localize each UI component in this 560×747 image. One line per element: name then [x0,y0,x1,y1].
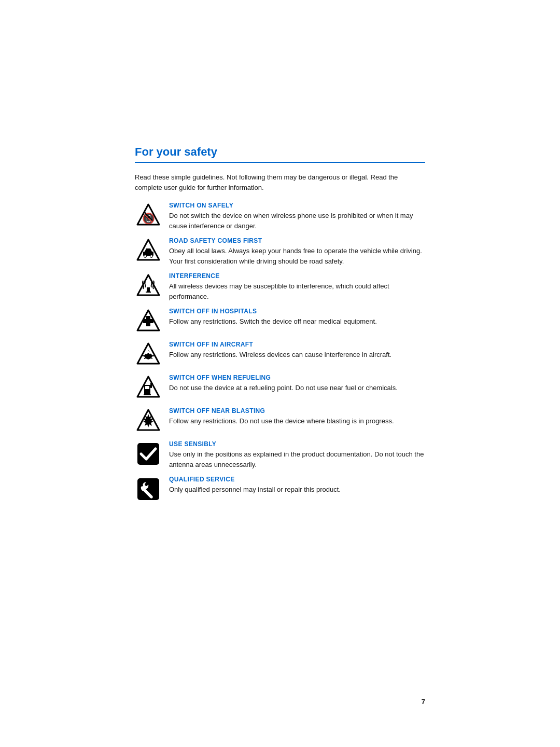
road-safety-content: ROAD SAFETY COMES FIRST Obey all local l… [169,237,425,266]
section-interference: INTERFERENCE All wireless devices may be… [135,272,425,301]
aircraft-title: SWITCH OFF IN AIRCRAFT [169,341,425,348]
refueling-title: SWITCH OFF WHEN REFUELING [169,374,425,381]
hospitals-body: Follow any restrictions. Switch the devi… [169,316,425,327]
blasting-content: SWITCH OFF NEAR BLASTING Follow any rest… [169,407,425,426]
interference-title: INTERFERENCE [169,272,425,280]
svg-point-7 [147,248,149,251]
checkmark-box-icon [135,440,162,467]
page-number: 7 [422,698,425,706]
svg-rect-26 [144,394,151,395]
interference-content: INTERFERENCE All wireless devices may be… [169,272,425,301]
qualified-service-title: QUALIFIED SERVICE [169,476,425,483]
refueling-content: SWITCH OFF WHEN REFUELING Do not use the… [169,374,425,393]
svg-rect-13 [147,287,150,292]
refueling-body: Do not use the device at a refueling poi… [169,383,425,393]
use-sensibly-content: USE SENSIBLY Use only in the positions a… [169,440,425,469]
svg-rect-14 [146,292,151,293]
section-qualified-service: QUALIFIED SERVICE Only qualified personn… [135,476,425,503]
intro-paragraph: Read these simple guidelines. Not follow… [135,172,425,192]
wrench-box-icon [135,476,162,503]
section-switch-on-safely: 📵 SWITCH ON SAFELY Do not switch the dev… [135,202,425,231]
blasting-body: Follow any restrictions. Do not use the … [169,416,425,426]
use-sensibly-title: USE SENSIBLY [169,440,425,448]
section-aircraft: SWITCH OFF IN AIRCRAFT Follow any restri… [135,341,425,368]
fuel-warning-icon [135,374,162,401]
title-divider [135,162,425,163]
car-warning-icon [135,237,162,264]
signal-warning-icon [135,272,162,299]
svg-point-5 [144,255,147,258]
aircraft-content: SWITCH OFF IN AIRCRAFT Follow any restri… [169,341,425,360]
blasting-title: SWITCH OFF NEAR BLASTING [169,407,425,414]
switch-on-safely-content: SWITCH ON SAFELY Do not switch the devic… [169,202,425,231]
hospitals-content: SWITCH OFF IN HOSPITALS Follow any restr… [169,308,425,327]
svg-point-6 [150,255,153,258]
section-refueling: SWITCH OFF WHEN REFUELING Do not use the… [135,374,425,401]
section-hospitals: SWITCH OFF IN HOSPITALS Follow any restr… [135,308,425,335]
qualified-service-content: QUALIFIED SERVICE Only qualified personn… [169,476,425,495]
svg-rect-23 [145,386,149,389]
section-blasting: SWITCH OFF NEAR BLASTING Follow any rest… [135,407,425,434]
phone-warning-icon: 📵 [135,202,162,229]
cross-warning-icon [135,308,162,335]
section-road-safety: ROAD SAFETY COMES FIRST Obey all local l… [135,237,425,266]
road-safety-body: Obey all local laws. Always keep your ha… [169,246,425,266]
qualified-service-body: Only qualified personnel may install or … [169,485,425,495]
road-safety-title: ROAD SAFETY COMES FIRST [169,237,425,244]
aircraft-body: Follow any restrictions. Wireless device… [169,350,425,360]
use-sensibly-body: Use only in the positions as explained i… [169,449,425,469]
page-content: For your safety Read these simple guidel… [0,0,560,561]
interference-body: All wireless devices may be susceptible … [169,281,425,301]
blast-warning-icon [135,407,162,434]
section-use-sensibly: USE SENSIBLY Use only in the positions a… [135,440,425,469]
switch-on-safely-body: Do not switch the device on when wireles… [169,211,425,231]
plane-warning-icon [135,341,162,368]
switch-on-safely-title: SWITCH ON SAFELY [169,202,425,209]
page-title: For your safety [135,145,425,159]
svg-rect-17 [143,319,153,323]
hospitals-title: SWITCH OFF IN HOSPITALS [169,308,425,315]
